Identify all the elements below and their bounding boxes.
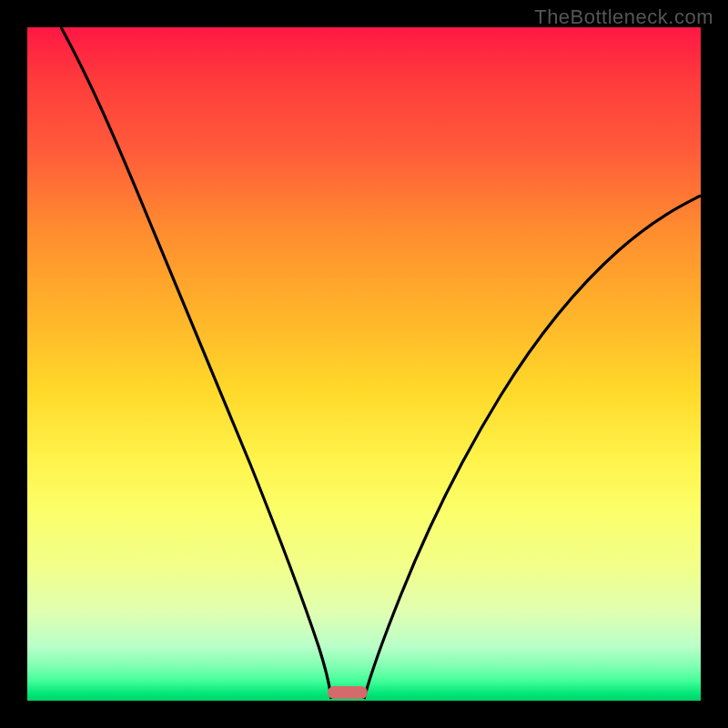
curves-svg <box>27 27 701 701</box>
chart-frame: TheBottleneck.com <box>0 0 728 728</box>
left-curve <box>61 27 331 699</box>
right-curve <box>364 196 701 699</box>
plot-area <box>27 27 701 701</box>
watermark-text: TheBottleneck.com <box>534 5 713 29</box>
optimal-marker <box>328 686 368 699</box>
